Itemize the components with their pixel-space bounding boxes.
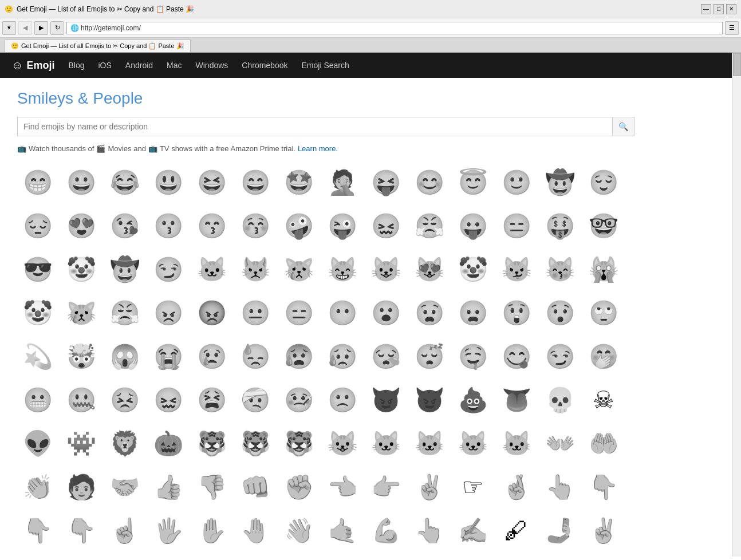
- emoji-cell[interactable]: 🙀: [583, 249, 624, 290]
- emoji-cell[interactable]: 😝: [365, 162, 407, 203]
- emoji-cell[interactable]: 👈: [322, 467, 363, 508]
- emoji-cell[interactable]: 👆: [409, 510, 450, 551]
- emoji-cell[interactable]: 🤳: [539, 510, 581, 551]
- nav-link-emoji-search[interactable]: Emoji Search: [301, 61, 349, 70]
- emoji-cell[interactable]: 👀: [278, 554, 320, 560]
- site-logo[interactable]: ☺ Emoji: [11, 59, 54, 72]
- emoji-cell[interactable]: 👉: [365, 467, 407, 508]
- emoji-cell[interactable]: 😀: [61, 162, 102, 203]
- emoji-cell[interactable]: 😼: [496, 249, 537, 290]
- emoji-cell[interactable]: 😐: [235, 293, 276, 334]
- amazon-learn-more-link[interactable]: Learn more.: [298, 144, 338, 153]
- emoji-cell[interactable]: 💪: [365, 510, 407, 551]
- emoji-cell[interactable]: 🤡: [452, 249, 494, 290]
- emoji-cell[interactable]: 😛: [452, 206, 494, 247]
- emoji-cell[interactable]: 🐱: [452, 423, 494, 464]
- emoji-cell[interactable]: 👅: [496, 380, 537, 421]
- emoji-cell[interactable]: 🤡: [17, 293, 58, 334]
- emoji-cell[interactable]: 😡: [191, 293, 232, 334]
- emoji-cell[interactable]: ✋: [191, 510, 232, 551]
- emoji-cell[interactable]: 😏: [539, 336, 581, 377]
- emoji-cell[interactable]: 🖐: [148, 510, 189, 551]
- emoji-cell[interactable]: 😍: [61, 206, 102, 247]
- emoji-cell[interactable]: 🤙: [322, 510, 363, 551]
- emoji-cell[interactable]: 🦁: [104, 423, 145, 464]
- emoji-cell[interactable]: 🙄: [583, 293, 624, 334]
- emoji-cell[interactable]: 😌: [583, 162, 624, 203]
- emoji-cell[interactable]: 😺: [322, 423, 363, 464]
- emoji-cell[interactable]: 😯: [539, 293, 581, 334]
- emoji-cell[interactable]: 👤: [365, 554, 407, 560]
- nav-link-windows[interactable]: Windows: [196, 61, 228, 70]
- emoji-cell[interactable]: 😑: [496, 206, 537, 247]
- emoji-cell[interactable]: 👤: [539, 554, 581, 560]
- emoji-cell[interactable]: 🤚: [235, 510, 276, 551]
- emoji-cell[interactable]: 😜: [322, 206, 363, 247]
- emoji-cell[interactable]: ☠: [583, 380, 624, 421]
- emoji-cell[interactable]: 😓: [235, 336, 276, 377]
- search-button[interactable]: 🔍: [613, 117, 634, 136]
- emoji-cell[interactable]: 🤒: [278, 380, 320, 421]
- emoji-cell[interactable]: 🤕: [235, 380, 276, 421]
- emoji-cell[interactable]: 😋: [496, 336, 537, 377]
- search-input[interactable]: [17, 117, 613, 136]
- emoji-cell[interactable]: 😽: [539, 249, 581, 290]
- emoji-cell[interactable]: ☞: [452, 467, 494, 508]
- titlebar-controls[interactable]: — □ ✕: [701, 4, 736, 14]
- emoji-cell[interactable]: 🤯: [61, 336, 102, 377]
- forward-button[interactable]: ▶: [34, 21, 48, 35]
- emoji-cell[interactable]: 👄: [17, 554, 58, 560]
- scrollbar-thumb[interactable]: [733, 53, 741, 76]
- emoji-cell[interactable]: 🤞: [496, 467, 537, 508]
- emoji-cell[interactable]: 🤦: [322, 162, 363, 203]
- emoji-cell[interactable]: 🙁: [322, 380, 363, 421]
- emoji-cell[interactable]: 👤: [452, 554, 494, 560]
- emoji-cell[interactable]: 🤩: [278, 162, 320, 203]
- emoji-cell[interactable]: ☝: [104, 510, 145, 551]
- emoji-cell[interactable]: 👤: [322, 554, 363, 560]
- emoji-cell[interactable]: 🐱: [496, 423, 537, 464]
- emoji-cell[interactable]: 🐱: [191, 249, 232, 290]
- emoji-cell[interactable]: 🤲: [583, 423, 624, 464]
- emoji-cell[interactable]: 😦: [452, 293, 494, 334]
- emoji-cell[interactable]: 😂: [104, 162, 145, 203]
- refresh-button[interactable]: ↻: [50, 21, 64, 35]
- emoji-cell[interactable]: 😸: [322, 249, 363, 290]
- emoji-cell[interactable]: 🐯: [191, 423, 232, 464]
- emoji-cell[interactable]: 🤐: [61, 380, 102, 421]
- emoji-cell[interactable]: 🤱: [104, 554, 145, 560]
- emoji-cell[interactable]: 😈: [365, 380, 407, 421]
- emoji-cell[interactable]: 😚: [235, 206, 276, 247]
- emoji-cell[interactable]: 👥: [409, 554, 450, 560]
- emoji-cell[interactable]: 😆: [191, 162, 232, 203]
- emoji-cell[interactable]: 😤: [409, 206, 450, 247]
- emoji-cell[interactable]: 😘: [104, 206, 145, 247]
- emoji-cell[interactable]: 🙂: [496, 162, 537, 203]
- emoji-cell[interactable]: 👇: [583, 467, 624, 508]
- emoji-cell[interactable]: 🤡: [61, 249, 102, 290]
- emoji-cell[interactable]: 😻: [409, 249, 450, 290]
- emoji-cell[interactable]: 😾: [235, 249, 276, 290]
- emoji-cell[interactable]: 😿: [278, 249, 320, 290]
- address-bar[interactable]: 🌐 http://getemoji.com/: [66, 22, 723, 34]
- nav-link-mac[interactable]: Mac: [167, 61, 182, 70]
- emoji-cell[interactable]: 😥: [322, 336, 363, 377]
- emoji-cell[interactable]: 🐱: [365, 423, 407, 464]
- emoji-cell[interactable]: 😇: [452, 162, 494, 203]
- emoji-cell[interactable]: 🎃: [148, 423, 189, 464]
- nav-link-blog[interactable]: Blog: [68, 61, 84, 70]
- emoji-cell[interactable]: 😁: [17, 162, 58, 203]
- emoji-cell[interactable]: 👆: [539, 467, 581, 508]
- emoji-cell[interactable]: 👣: [191, 554, 232, 560]
- emoji-cell[interactable]: 😢: [191, 336, 232, 377]
- emoji-cell[interactable]: 👊: [235, 467, 276, 508]
- emoji-cell[interactable]: 👎: [191, 467, 232, 508]
- emoji-cell[interactable]: 😤: [104, 293, 145, 334]
- emoji-cell[interactable]: 😑: [278, 293, 320, 334]
- emoji-cell[interactable]: 🐯: [278, 423, 320, 464]
- emoji-cell[interactable]: 😔: [17, 206, 58, 247]
- emoji-cell[interactable]: 😪: [365, 336, 407, 377]
- emoji-cell[interactable]: 😠: [148, 293, 189, 334]
- nav-link-android[interactable]: Android: [125, 61, 153, 70]
- emoji-cell[interactable]: 😄: [235, 162, 276, 203]
